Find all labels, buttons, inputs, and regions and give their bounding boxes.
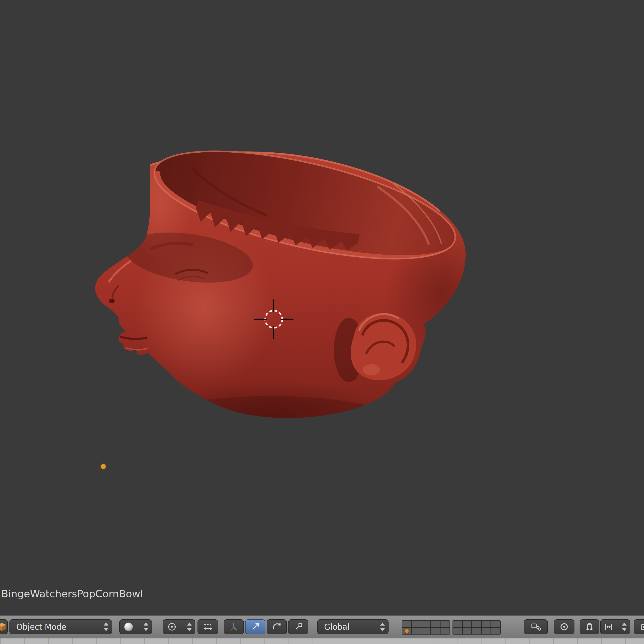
snap-toggle-button[interactable] (580, 619, 599, 634)
layer-cell[interactable] (402, 621, 411, 627)
chevron-updown-icon (622, 622, 627, 632)
layer-cell[interactable] (412, 621, 421, 627)
axes-icon (229, 622, 239, 632)
viewport-3d[interactable]: BingeWatchersPopCornBowl (0, 0, 644, 615)
layer-cell[interactable] (453, 621, 462, 627)
editor-type-button[interactable] (0, 619, 8, 634)
layer-cell[interactable] (482, 621, 491, 627)
sphere-icon (124, 622, 134, 632)
layer-cell[interactable] (472, 628, 481, 634)
layer-cell[interactable] (431, 621, 440, 627)
snap-element-dropdown[interactable] (600, 619, 630, 634)
cube-icon (0, 622, 7, 632)
layer-grid-1[interactable] (402, 620, 450, 635)
rotate-manipulator-button[interactable] (267, 619, 287, 634)
timeline-strip[interactable] (0, 638, 644, 644)
layer-cell-active[interactable] (402, 628, 411, 634)
object-name-label: BingeWatchersPopCornBowl (1, 588, 143, 600)
layer-cell[interactable] (482, 628, 491, 634)
mode-dropdown-label: Object Mode (16, 623, 66, 631)
rotate-arc-icon (272, 622, 282, 632)
layer-cell[interactable] (421, 628, 430, 634)
scale-manipulator-button[interactable] (288, 619, 308, 634)
translate-manipulator-button[interactable] (245, 619, 265, 634)
manipulator-toggle-button[interactable] (224, 619, 244, 634)
layer-cell[interactable] (431, 628, 440, 634)
layer-cell[interactable] (453, 628, 462, 634)
lock-to-scene-icon (531, 622, 541, 632)
viewport-canvas[interactable] (0, 0, 644, 615)
pivot-point-icon (167, 622, 177, 632)
layer-grid-2[interactable] (453, 620, 501, 635)
layer-cell[interactable] (491, 628, 500, 634)
render-opengl-button[interactable] (634, 619, 644, 634)
center-points-toggle[interactable] (197, 619, 218, 634)
chevron-updown-icon (103, 622, 109, 632)
lock-to-scene-button[interactable] (524, 619, 548, 634)
layer-cell[interactable] (440, 628, 450, 634)
orientation-dropdown[interactable]: Global (317, 619, 389, 634)
layer-cell[interactable] (463, 628, 472, 634)
proportional-edit-icon (559, 622, 569, 632)
mode-dropdown[interactable]: Object Mode (9, 619, 112, 634)
scale-square-icon (293, 622, 303, 632)
pivot-point-dropdown[interactable] (163, 619, 195, 634)
blender-window: BingeWatchersPopCornBowl Object Mode (0, 0, 644, 644)
layer-cell[interactable] (491, 621, 500, 627)
proportional-edit-dropdown[interactable] (554, 619, 574, 634)
magnet-icon (585, 622, 594, 632)
layer-cell[interactable] (421, 621, 430, 627)
model-head-bowl[interactable] (95, 129, 498, 445)
layer-cell[interactable] (412, 628, 421, 634)
orientation-dropdown-label: Global (324, 623, 349, 631)
center-points-icon (203, 622, 213, 632)
viewport-header: Object Mode (0, 615, 644, 638)
layer-cell[interactable] (472, 621, 481, 627)
chevron-updown-icon (187, 622, 192, 632)
translate-arrow-icon (250, 622, 260, 632)
layer-cell[interactable] (463, 621, 472, 627)
object-origin-dot (100, 464, 106, 469)
chevron-updown-icon (380, 622, 385, 632)
layer-cell[interactable] (440, 621, 450, 627)
viewport-shading-dropdown[interactable] (119, 619, 152, 634)
snap-increment-icon (604, 622, 614, 632)
chevron-updown-icon (143, 622, 149, 632)
camera-icon (641, 622, 644, 632)
